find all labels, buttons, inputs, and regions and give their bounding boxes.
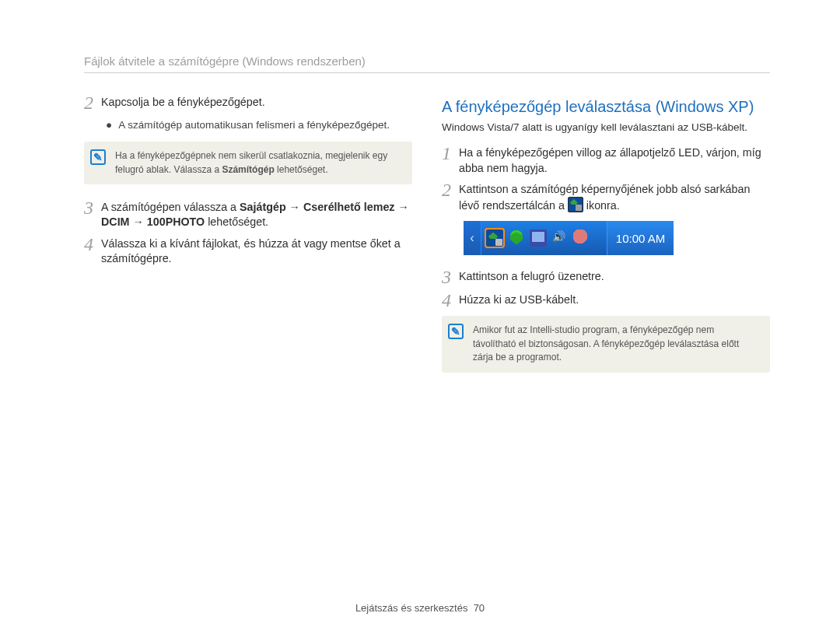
note-box: ✎ Ha a fényképezőgépnek nem sikerül csat…: [84, 142, 412, 184]
step2-post: ikonra.: [583, 199, 620, 212]
bullet-item: ● A számítógép automatikusan felismeri a…: [106, 118, 412, 132]
step3-pre: A számítógépen válassza a: [101, 201, 240, 213]
safely-remove-hardware-icon[interactable]: [486, 229, 503, 247]
right-step-4: 4 Húzza ki az USB-kábelt.: [442, 292, 770, 310]
footer-label: Lejátszás és szerkesztés: [355, 602, 468, 614]
volume-icon[interactable]: [551, 229, 569, 247]
left-column: 2 Kapcsolja be a fényképezőgépet. ● A sz…: [84, 95, 412, 388]
note-icon: ✎: [90, 149, 106, 165]
note-text-b: lehetőséget.: [275, 164, 328, 175]
page-footer: Lejátszás és szerkesztés 70: [0, 602, 840, 614]
left-step-2: 2 Kapcsolja be a fényképezőgépet.: [84, 95, 412, 112]
step-text: Húzza ki az USB-kábelt.: [459, 292, 770, 310]
note-text-bold: Számítógép: [222, 164, 274, 175]
step-text: Válassza ki a kívánt fájlokat, és húzza …: [101, 236, 412, 267]
step-text: Kapcsolja be a fényképezőgépet.: [101, 95, 412, 112]
arrow-icon: →: [286, 201, 303, 213]
user-icon[interactable]: [573, 229, 590, 247]
step-number: 2: [442, 180, 451, 214]
safely-remove-icon: [568, 197, 583, 212]
bullet-text: A számítógép automatikusan felismeri a f…: [118, 118, 390, 132]
step-text: Ha a fényképezőgépen villog az állapotje…: [459, 145, 770, 176]
security-shield-icon[interactable]: [508, 229, 525, 247]
step-number: 1: [442, 144, 451, 176]
section-title: A fényképezőgép leválasztása (Windows XP…: [442, 98, 770, 116]
step3-b4: 100PHOTO: [147, 215, 205, 228]
section-subtext: Windows Vista/7 alatt is ugyanígy kell l…: [442, 121, 770, 135]
step-number: 3: [84, 198, 93, 230]
step3-post: lehetőséget.: [205, 215, 268, 228]
step-text: Kattintson a felugró üzenetre.: [459, 269, 770, 286]
note-box: ✎ Amikor fut az Intelli-studio program, …: [442, 316, 770, 372]
step-number: 2: [84, 93, 93, 112]
system-tray: ‹ 10:00 AM: [464, 221, 674, 255]
left-step-4: 4 Válassza ki a kívánt fájlokat, és húzz…: [84, 236, 412, 267]
step3-b3: DCIM: [101, 215, 130, 228]
right-step-2: 2 Kattintson a számítógép képernyőjének …: [442, 182, 770, 214]
left-step-3: 3 A számítógépen válassza a Sajátgép → C…: [84, 200, 412, 230]
page-number: 70: [474, 602, 485, 614]
page: Fájlok átvitele a számítógépre (Windows …: [0, 0, 840, 634]
bullet-list: ● A számítógép automatikusan felismeri a…: [106, 118, 412, 132]
bullet-dot-icon: ●: [106, 118, 112, 132]
content-columns: 2 Kapcsolja be a fényképezőgépet. ● A sz…: [84, 95, 770, 388]
arrow-icon: →: [130, 215, 147, 228]
tray-expand-chevron-icon[interactable]: ‹: [464, 221, 481, 255]
tray-clock[interactable]: 10:00 AM: [607, 221, 674, 255]
note-icon: ✎: [448, 324, 464, 339]
step3-b2: Cserélhető lemez: [303, 201, 395, 213]
right-step-1: 1 Ha a fényképezőgépen villog az állapot…: [442, 145, 770, 176]
step-text: A számítógépen válassza a Sajátgép → Cse…: [101, 200, 412, 230]
step3-b1: Sajátgép: [240, 201, 286, 213]
tray-icons: [481, 221, 607, 255]
right-step-3: 3 Kattintson a felugró üzenetre.: [442, 269, 770, 286]
step-number: 4: [84, 235, 93, 267]
display-icon[interactable]: [530, 229, 547, 247]
step-number: 4: [442, 291, 451, 310]
step-number: 3: [442, 268, 451, 286]
step-text: Kattintson a számítógép képernyőjének jo…: [459, 182, 770, 214]
header-title: Fájlok átvitele a számítógépre (Windows …: [84, 54, 770, 73]
note-text: Amikor fut az Intelli-studio program, a …: [473, 324, 739, 363]
arrow-icon: →: [394, 201, 408, 213]
right-column: A fényképezőgép leválasztása (Windows XP…: [442, 95, 770, 388]
